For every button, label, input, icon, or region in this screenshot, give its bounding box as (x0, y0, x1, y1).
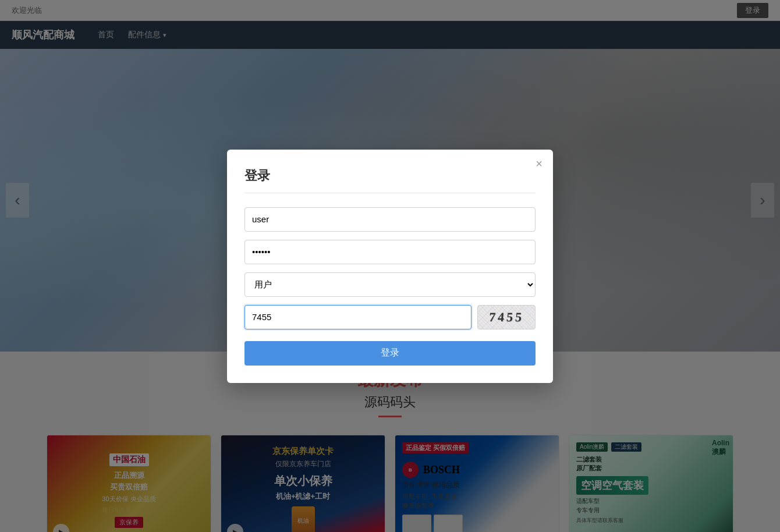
login-submit-button[interactable]: 登录 (244, 341, 536, 366)
modal-overlay: 登录 × 用户 管理员 7455 登录 (0, 0, 780, 532)
modal-close-button[interactable]: × (536, 158, 543, 169)
password-input[interactable] (244, 240, 536, 264)
modal-title: 登录 (244, 167, 536, 193)
captcha-row: 7455 (244, 305, 536, 329)
username-input[interactable] (244, 207, 536, 232)
role-select[interactable]: 用户 管理员 (244, 272, 536, 297)
captcha-input[interactable] (244, 305, 471, 329)
captcha-image[interactable]: 7455 (477, 305, 536, 329)
login-modal: 登录 × 用户 管理员 7455 登录 (227, 150, 553, 383)
captcha-text: 7455 (488, 310, 524, 325)
